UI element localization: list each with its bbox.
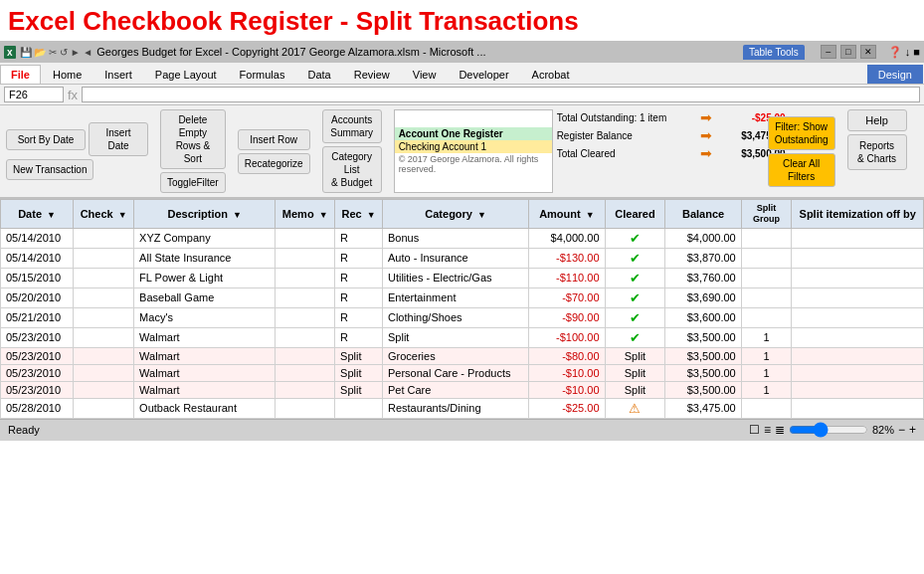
desc-filter-icon[interactable]: ▼ — [233, 210, 242, 220]
filter-group: Filter: Show Outstanding Clear All Filte… — [768, 109, 835, 193]
cell-description: All State Insurance — [134, 248, 276, 268]
table-row[interactable]: 05/14/2010 XYZ Company R Bonus $4,000.00… — [1, 228, 924, 248]
formula-input[interactable] — [82, 87, 920, 102]
help-icon[interactable]: ❓ ↓ ■ — [888, 46, 920, 59]
table-row[interactable]: 05/20/2010 Baseball Game R Entertainment… — [1, 287, 924, 307]
reports-charts-button[interactable]: Reports & Charts — [847, 134, 907, 170]
th-balance: Balance — [665, 200, 741, 229]
cell-cleared: ✔ — [605, 228, 665, 248]
restore-button[interactable]: □ — [840, 45, 856, 59]
clear-all-filters-button[interactable]: Clear All Filters — [768, 153, 835, 187]
delete-empty-rows-button[interactable]: Delete Empty Rows & Sort — [160, 109, 226, 169]
rec-filter-icon[interactable]: ▼ — [367, 210, 376, 220]
cell-category: Split — [382, 327, 528, 347]
cell-balance: $3,475.00 — [665, 398, 741, 418]
cleared-text: Split — [625, 367, 646, 379]
toggle-filter-button[interactable]: ToggleFilter — [160, 172, 226, 193]
th-split-by: Split itemization off by — [792, 200, 924, 229]
insert-date-button[interactable]: Insert Date — [89, 122, 148, 156]
th-split-group: SplitGroup — [741, 200, 792, 229]
table-row[interactable]: 05/23/2010 Walmart Split Personal Care -… — [1, 364, 924, 381]
normal-view-icon[interactable]: ☐ — [749, 423, 760, 437]
cell-split-by — [792, 228, 924, 248]
table-row[interactable]: 05/23/2010 Walmart Split Pet Care -$10.0… — [1, 381, 924, 398]
cell-amount: -$10.00 — [529, 381, 605, 398]
cell-split-group — [741, 228, 792, 248]
tab-home[interactable]: Home — [42, 65, 92, 84]
table-row[interactable]: 05/28/2010 Outback Restaurant Restaurant… — [1, 398, 924, 418]
cell-balance: $3,600.00 — [665, 307, 741, 327]
amount-filter-icon[interactable]: ▼ — [586, 210, 595, 220]
cell-check — [74, 381, 134, 398]
account-register-label: Account One Register — [395, 127, 552, 140]
cell-check — [74, 307, 134, 327]
cell-memo — [276, 228, 335, 248]
tab-design[interactable]: Design — [867, 65, 923, 84]
filter-show-outstanding-button[interactable]: Filter: Show Outstanding — [768, 116, 835, 150]
cell-split-by — [792, 287, 924, 307]
help-button[interactable]: Help — [847, 109, 907, 131]
table-row[interactable]: 05/23/2010 Walmart Split Groceries -$80.… — [1, 347, 924, 364]
cell-category: Groceries — [382, 347, 528, 364]
zoom-in-icon[interactable]: + — [909, 423, 916, 437]
cell-date: 05/14/2010 — [1, 228, 74, 248]
page-break-icon[interactable]: ≣ — [775, 423, 785, 437]
minimize-button[interactable]: – — [821, 45, 836, 59]
cell-cleared: ✔ — [605, 268, 665, 287]
table-row[interactable]: 05/15/2010 FL Power & Light R Utilities … — [1, 268, 924, 287]
cell-description: Walmart — [134, 381, 276, 398]
cell-description: Macy's — [134, 307, 276, 327]
cell-check — [74, 268, 134, 287]
tab-developer[interactable]: Developer — [448, 65, 519, 84]
cell-reference[interactable] — [4, 87, 64, 102]
ribbon-area: Sort By Date Insert Date New Transaction… — [0, 105, 924, 199]
th-description: Description ▼ — [134, 200, 276, 229]
table-row[interactable]: 05/23/2010 Walmart R Split -$100.00 ✔ $3… — [1, 327, 924, 347]
cell-description: Walmart — [134, 364, 276, 381]
tab-view[interactable]: View — [402, 65, 448, 84]
cell-split-by — [792, 398, 924, 418]
tab-file[interactable]: File — [0, 65, 41, 84]
cell-amount: -$25.00 — [529, 398, 605, 418]
tab-insert[interactable]: Insert — [93, 65, 143, 84]
table-row[interactable]: 05/21/2010 Macy's R Clothing/Shoes -$90.… — [1, 307, 924, 327]
cell-category: Clothing/Shoes — [382, 307, 528, 327]
page-title: Excel Checkbook Register - Split Transac… — [0, 0, 924, 41]
tab-page-layout[interactable]: Page Layout — [144, 65, 228, 84]
cell-rec: Split — [335, 347, 383, 364]
insert-row-button[interactable]: Insert Row — [238, 129, 310, 150]
delete-group: Delete Empty Rows & Sort ToggleFilter — [160, 109, 226, 193]
cell-category: Restaurants/Dining — [382, 398, 528, 418]
total-cleared-arrow-icon: ➡ — [700, 145, 712, 161]
category-list-button[interactable]: Category List & Budget — [322, 146, 382, 193]
accounts-summary-button[interactable]: Accounts Summary — [322, 109, 382, 143]
cell-check — [74, 347, 134, 364]
check-filter-icon[interactable]: ▼ — [118, 210, 127, 220]
cell-category: Personal Care - Products — [382, 364, 528, 381]
th-category: Category ▼ — [382, 200, 528, 229]
split-group-header-label: SplitGroup — [915, 171, 924, 193]
tab-review[interactable]: Review — [343, 65, 401, 84]
date-filter-icon[interactable]: ▼ — [47, 210, 56, 220]
spreadsheet-table: Date ▼ Check ▼ Description ▼ Memo ▼ Rec … — [0, 199, 924, 419]
recategorize-button[interactable]: Recategorize — [238, 153, 310, 174]
cell-rec: R — [335, 287, 383, 307]
cat-filter-icon[interactable]: ▼ — [477, 210, 486, 220]
tab-acrobat[interactable]: Acrobat — [521, 65, 581, 84]
cell-rec: R — [335, 248, 383, 268]
zoom-slider[interactable] — [789, 426, 868, 434]
cell-cleared: ✔ — [605, 327, 665, 347]
cell-rec: Split — [335, 364, 383, 381]
new-transaction-button[interactable]: New Transaction — [6, 159, 93, 180]
tab-formulas[interactable]: Formulas — [229, 65, 296, 84]
close-button[interactable]: ✕ — [860, 45, 876, 59]
cleared-text: Split — [625, 350, 646, 362]
th-amount: Amount ▼ — [529, 200, 605, 229]
register-balance-arrow-icon: ➡ — [700, 127, 712, 143]
tab-data[interactable]: Data — [296, 65, 341, 84]
zoom-out-icon[interactable]: − — [898, 423, 905, 437]
page-layout-icon[interactable]: ≡ — [764, 423, 771, 437]
memo-filter-icon[interactable]: ▼ — [319, 210, 328, 220]
sort-by-date-button[interactable]: Sort By Date — [6, 129, 86, 150]
table-row[interactable]: 05/14/2010 All State Insurance R Auto - … — [1, 248, 924, 268]
